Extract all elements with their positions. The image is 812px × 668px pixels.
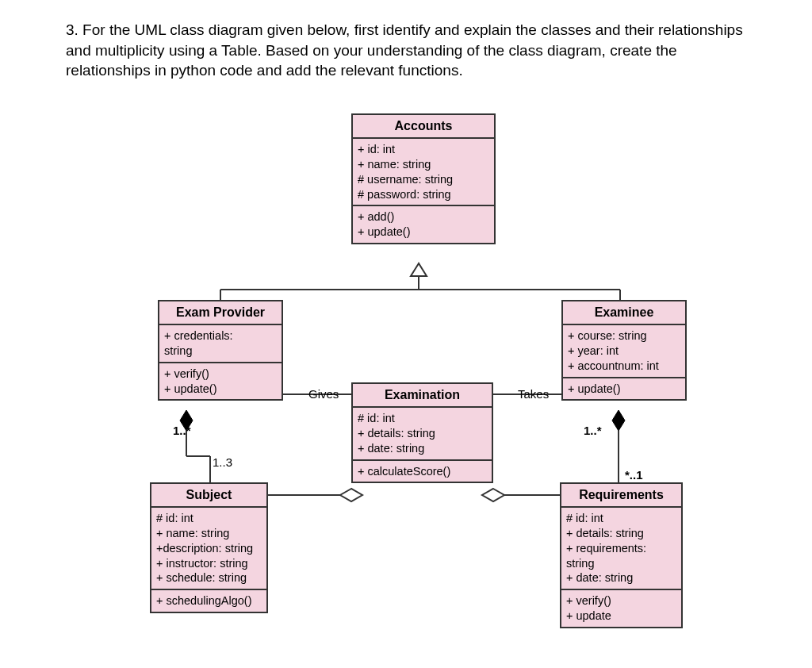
- multiplicity-1-star-right: 1..*: [584, 424, 602, 437]
- svg-marker-0: [411, 263, 427, 276]
- class-examination: Examination # id: int + details: string …: [351, 382, 493, 483]
- attr: # id: int: [358, 411, 487, 426]
- attr: + credentials:: [164, 328, 277, 344]
- op: + add(): [358, 209, 489, 225]
- attr: + schedule: string: [156, 570, 262, 585]
- attr: + accountnum: int: [568, 359, 680, 374]
- class-accounts: Accounts + id: int + name: string # user…: [351, 113, 496, 244]
- class-attributes: + credentials: string: [159, 325, 282, 363]
- attr: + details: string: [358, 426, 487, 441]
- uml-diagram: Accounts + id: int + name: string # user…: [0, 0, 812, 668]
- class-attributes: + course: string + year: int + accountnu…: [563, 325, 685, 378]
- attr: string: [566, 556, 676, 571]
- attr: + date: string: [358, 441, 487, 456]
- attr: + id: int: [358, 142, 489, 157]
- class-title: Accounts: [353, 115, 494, 139]
- class-operations: + verify() + update: [561, 590, 681, 627]
- attr: + name: string: [156, 526, 262, 541]
- attr: + date: string: [566, 570, 676, 585]
- class-exam-provider: Exam Provider + credentials: string + ve…: [158, 300, 283, 401]
- op: + update: [566, 608, 676, 624]
- op: + schedulingAlgo(): [156, 593, 262, 608]
- class-operations: + schedulingAlgo(): [151, 590, 266, 612]
- attr: # username: string: [358, 172, 489, 187]
- attr: + instructor: string: [156, 556, 262, 571]
- class-attributes: # id: int + details: string + requiremen…: [561, 508, 681, 590]
- class-title: Subject: [151, 484, 266, 508]
- class-examinee: Examinee + course: string + year: int + …: [561, 300, 687, 401]
- attr: # id: int: [566, 511, 676, 526]
- multiplicity-1-star-left: 1..*: [173, 424, 191, 437]
- op: + update(): [358, 225, 489, 240]
- svg-marker-11: [340, 489, 362, 501]
- attr: # id: int: [156, 511, 262, 526]
- attr: + details: string: [566, 526, 676, 541]
- class-operations: + verify() + update(): [159, 363, 282, 400]
- class-title: Examination: [353, 384, 492, 408]
- attr: + course: string: [568, 328, 680, 344]
- op: + calculateScore(): [358, 464, 487, 479]
- op: + verify(): [164, 367, 277, 382]
- svg-marker-15: [612, 410, 625, 431]
- attr: + year: int: [568, 344, 680, 359]
- class-operations: + calculateScore(): [353, 461, 492, 482]
- class-requirements: Requirements # id: int + details: string…: [560, 482, 683, 628]
- multiplicity-star-1: *..1: [625, 468, 643, 482]
- label-gives: Gives: [308, 387, 339, 401]
- attr: string: [164, 344, 277, 359]
- attr: + name: string: [358, 157, 489, 172]
- multiplicity-1-3: 1..3: [213, 455, 232, 469]
- class-attributes: + id: int + name: string # username: str…: [353, 139, 494, 206]
- class-attributes: # id: int + name: string +description: s…: [151, 508, 266, 590]
- label-takes: Takes: [518, 387, 549, 401]
- class-attributes: # id: int + details: string + date: stri…: [353, 408, 492, 461]
- op: + update(): [568, 382, 680, 397]
- attr: # password: string: [358, 187, 489, 202]
- attr: +description: string: [156, 541, 262, 556]
- class-title: Examinee: [563, 301, 685, 325]
- svg-marker-13: [482, 489, 504, 501]
- attr: + requirements:: [566, 541, 676, 556]
- class-title: Requirements: [561, 484, 681, 508]
- class-operations: + update(): [563, 378, 685, 400]
- connector-lines: [0, 0, 812, 668]
- class-subject: Subject # id: int + name: string +descri…: [150, 482, 268, 613]
- op: + update(): [164, 382, 277, 397]
- class-operations: + add() + update(): [353, 206, 494, 243]
- op: + verify(): [566, 593, 676, 608]
- class-title: Exam Provider: [159, 301, 282, 325]
